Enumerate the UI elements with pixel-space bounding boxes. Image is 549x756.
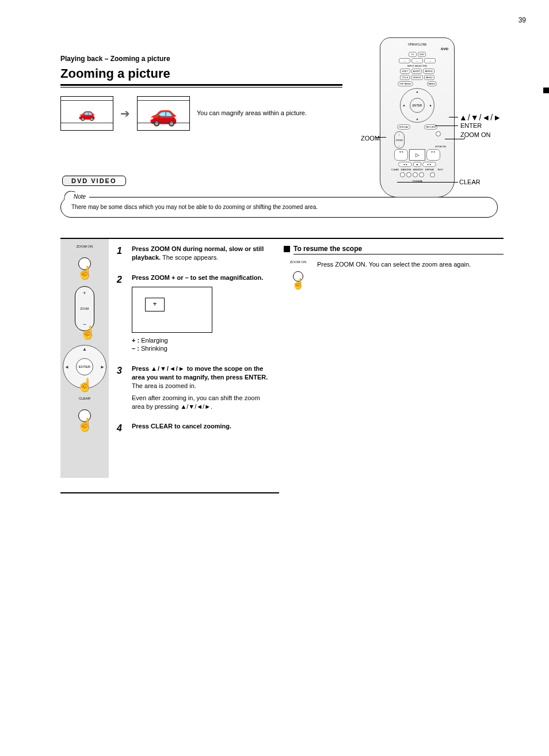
- hand-pointer-icon: ☝: [80, 325, 96, 340]
- dpad-enter: ENTER: [76, 358, 93, 375]
- step-1: 1 Press ZOOM ON during normal, slow or s…: [117, 245, 273, 262]
- car-after-illustration: 🚗: [137, 96, 190, 131]
- step-4: 4 Press CLEAR to cancel zooming.: [117, 422, 273, 451]
- strip-dpad: ▲ ▼ ◄ ► ENTER ☝: [63, 345, 106, 389]
- leader-line: [435, 126, 458, 126]
- page-header: Playing back – Zooming a picture Zooming…: [60, 55, 342, 131]
- resume-text: Press ZOOM ON. You can select the zoom a…: [317, 260, 504, 288]
- remote-label-clear: CLEAR: [459, 178, 481, 185]
- step-3: 3 Press ▲/▼/◄/► to move the scope on the…: [117, 364, 273, 411]
- section-tab: [543, 88, 549, 93]
- page-title: Zooming a picture: [60, 66, 342, 81]
- step-text: The scope appears.: [162, 254, 218, 261]
- step-bold: Press: [132, 365, 151, 372]
- remote-illustration: OPEN/CLOSE DVD TVDVD ——— INPUT SELECTOR …: [380, 37, 455, 197]
- remote-enter-button: ENTER: [410, 98, 425, 113]
- hint-text: Enlarging: [139, 337, 168, 344]
- step-extra: Even after zooming in, you can shift the…: [132, 394, 273, 411]
- square-bullet-icon: [284, 246, 290, 252]
- step-number: 1: [117, 245, 127, 262]
- zoom-mid-label: ZOOM: [81, 307, 89, 310]
- hint-bold: – :: [132, 345, 139, 352]
- step-bold: Press ZOOM + or – to set the magnificati…: [132, 274, 263, 281]
- hint-bold: + :: [132, 337, 139, 344]
- bottom-rule: [60, 492, 279, 493]
- button-strip: ZOOM ON ☝ + ZOOM – ☝: [60, 239, 109, 478]
- resume-illustration: ZOOM ON ☝: [284, 260, 312, 288]
- scope-illustration: +: [132, 287, 212, 333]
- remote-play-button: ▷: [409, 149, 425, 161]
- step-bold: Press CLEAR to cancel zooming.: [132, 423, 231, 430]
- car-before-illustration: 🚗: [60, 96, 113, 131]
- remote-label-enter: ENTER: [460, 122, 482, 129]
- steps-text: 1 Press ZOOM ON during normal, slow or s…: [109, 239, 279, 478]
- leader-line: [397, 182, 458, 183]
- strip-zoom-on: ZOOM ON ☝: [70, 245, 99, 278]
- strip-zoom-rocker: + ZOOM – ☝: [72, 286, 97, 337]
- hand-pointer-icon: ☝: [77, 265, 93, 280]
- step-text: The area is zoomed in.: [132, 382, 196, 389]
- hand-pointer-icon: ☝: [292, 278, 304, 290]
- strip-clear: CLEAR ☝: [70, 397, 99, 430]
- steps-area: ZOOM ON ☝ + ZOOM – ☝: [60, 238, 504, 478]
- hand-pointer-icon: ☝: [77, 378, 93, 393]
- step-number: 2: [117, 273, 127, 354]
- step-number: 4: [117, 422, 127, 451]
- hint-text: Shrinking: [139, 345, 167, 352]
- dpad-icon: ▲ ▼ ◄ ► ENTER ☝: [63, 345, 106, 389]
- remote-label-zoom-on: ZOOM ON: [460, 131, 495, 138]
- left-column: ZOOM ON ☝ + ZOOM – ☝: [60, 239, 279, 478]
- strip-label: ZOOM ON: [290, 260, 307, 264]
- resume-body: ZOOM ON ☝ Press ZOOM ON. You can select …: [284, 260, 504, 288]
- section-subtitle: Playing back – Zooming a picture: [60, 55, 342, 63]
- remote-label-zoom: ZOOM: [351, 135, 380, 142]
- page-number: 39: [518, 16, 526, 24]
- intro-row: 🚗 ➔ 🚗 You can magnify areas within a pic…: [60, 96, 342, 131]
- zoom-plus: +: [83, 290, 86, 296]
- crosshair-icon: +: [145, 298, 165, 311]
- remote-dpad: ▲ ▼ ◄ ► ENTER: [400, 88, 434, 123]
- zoom-rocker-icon: + ZOOM –: [75, 286, 94, 331]
- step-2: 2 Press ZOOM + or – to set the magnifica…: [117, 273, 273, 354]
- right-column: To resume the scope ZOOM ON ☝ Press ZOOM…: [279, 239, 504, 478]
- remote-label-arrows: ▲/▼/◄/►: [459, 113, 502, 122]
- note-label: Note: [70, 193, 89, 201]
- resume-heading-row: To resume the scope: [284, 245, 504, 254]
- resume-title: To resume the scope: [293, 245, 504, 253]
- strip-label: ZOOM ON: [77, 245, 93, 248]
- arrow-right-icon: ➔: [120, 107, 130, 120]
- resume-rule: [293, 254, 504, 254]
- dvd-video-badge: DVD VIDEO: [62, 176, 126, 186]
- note-text: There may be some discs which you may no…: [71, 204, 318, 210]
- leader-line: [449, 117, 458, 117]
- title-rule: [60, 84, 342, 88]
- leader-line: [445, 139, 464, 139]
- step-number: 3: [117, 364, 127, 411]
- arrow-glyphs: ▲/▼/◄/►: [151, 365, 185, 372]
- intro-text: You can magnify areas within a picture.: [197, 109, 318, 117]
- hand-pointer-icon: ☝: [77, 417, 93, 432]
- note-bubble: Note There may be some discs which you m…: [60, 197, 498, 218]
- remote-zoom-on-button: [436, 131, 441, 136]
- strip-label: CLEAR: [79, 397, 90, 400]
